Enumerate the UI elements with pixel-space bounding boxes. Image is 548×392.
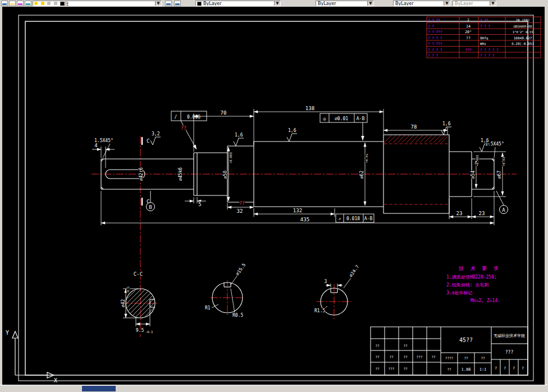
lineweight-control-dropdown[interactable]: ByLayer ▼ xyxy=(393,1,450,6)
gdt-frames xyxy=(171,111,374,222)
current-color: ByLayer xyxy=(203,1,222,6)
dim-78: 78 xyxy=(411,124,417,130)
gear-row4-value2: 10048.027 xyxy=(514,36,532,40)
drawing-canvas[interactable]: 70 138 78 435 132 32 ?? 5 23 23 4 1.5X45… xyxy=(2,7,545,385)
gear-row2-value: 14 xyxy=(466,24,471,29)
dim-23b: 23 xyxy=(479,211,485,216)
sec3-width: 3 xyxy=(325,279,327,284)
tech-req-line-1: 1.调质处理HB228-250; xyxy=(446,275,497,280)
roughness-2: 1,6 xyxy=(288,128,296,133)
section-cc-label: C-C xyxy=(134,271,143,277)
gear-row1-value2: JB (GB) xyxy=(515,18,529,22)
datum-a: A xyxy=(502,207,505,213)
roughness-1: 1,6 xyxy=(235,133,243,138)
dim-23a: 23 xyxy=(456,211,463,216)
gear-row1-value: 2 xyxy=(467,18,469,22)
color-swatch xyxy=(197,2,202,6)
gear-row1-label: ? ? ?? xyxy=(428,18,440,22)
gear-row6-value: ??? xyxy=(465,48,472,52)
gdt1-value: 0.006 xyxy=(187,115,200,120)
gear-row5-value2: 6.28(-0.05) xyxy=(512,42,534,45)
gdt2-datum: A-B xyxy=(357,116,365,121)
tb-cell: ?? xyxy=(403,344,408,348)
section-label-c-bottom: C xyxy=(147,199,149,204)
roughness-symbols xyxy=(150,127,490,152)
linetype-control-dropdown[interactable]: ByLayer ▼ xyxy=(316,1,374,6)
tb-cell: ?? xyxy=(375,344,380,348)
gear-row4-label2: OHfq xyxy=(480,36,488,40)
current-lineweight: ByLayer xyxy=(395,1,414,6)
layer-properties-icon[interactable] xyxy=(25,1,31,6)
dim-132: 132 xyxy=(293,208,302,213)
roughness-keyway: 3,2 xyxy=(152,131,160,136)
chevron-down-icon[interactable]: ▼ xyxy=(155,1,161,6)
gear-row7-label: ? ? ? xyxy=(428,53,438,57)
color-control-dropdown[interactable]: ByLayer ▼ xyxy=(195,1,281,6)
sec2-r1: R1 xyxy=(205,306,211,311)
vdim-54-tol: +0.003 xyxy=(476,155,479,166)
ucs-x-label: X xyxy=(54,377,57,384)
gear-row6-label2: ? ? ? ? ? xyxy=(480,48,499,52)
tb-cell: ?? xyxy=(389,355,394,359)
chevron-down-icon[interactable]: ▼ xyxy=(274,1,280,6)
dimension-texts: 70 138 78 435 132 32 ?? 5 23 23 4 1.5X45… xyxy=(94,106,505,334)
plotstyle-control-dropdown[interactable]: ByLayer ▼ xyxy=(453,1,496,6)
chevron-down-icon[interactable]: ▼ xyxy=(444,1,450,6)
tb-cell: ? xyxy=(495,366,497,371)
layer-lock-icon xyxy=(47,2,51,5)
gdt1-symbol: / xyxy=(175,115,177,120)
tb-cell: ?? xyxy=(403,367,408,371)
layer-previous-icon[interactable] xyxy=(174,1,181,6)
vdim-67-tol: +0.03 xyxy=(502,157,505,166)
tb-cell: ? xyxy=(513,366,515,371)
current-layer-name: 标注 xyxy=(60,1,69,6)
gear-row1-label2: ? ?? xyxy=(480,18,488,22)
vdim-50: ⌀50 xyxy=(223,171,228,179)
tech-req-line-2: 2.锐角倒钝: 去毛刺 xyxy=(446,282,488,288)
cc-dim-95: 9.5 xyxy=(136,328,144,333)
school-name: 无锡职业技术学院 xyxy=(494,334,525,338)
layer-plot-icon xyxy=(54,2,57,5)
gear-row2-label: ? ? xyxy=(428,24,434,28)
gdt2-value: ⌀0.01 xyxy=(335,116,348,121)
gear-row2-value2: GB10095-88 xyxy=(513,25,532,28)
technical-requirements: 技 术 要 求 1.调质处理HB228-250; 2.锐角倒钝: 去毛刺 3.α… xyxy=(446,266,500,303)
layer-control-dropdown[interactable]: 标注 ▼ xyxy=(33,1,162,6)
vdim-67: ⌀67 xyxy=(497,171,502,179)
layers-dialog-icon[interactable] xyxy=(17,1,24,6)
open-icon[interactable] xyxy=(9,1,16,6)
vdim-50-tol: +0.003 xyxy=(229,152,232,163)
chevron-down-icon[interactable]: ▼ xyxy=(367,1,373,6)
scale-ratio: 1:1 xyxy=(480,367,487,372)
current-linetype: ByLayer xyxy=(318,1,336,6)
cc-dim-dia-tol: -0.1 xyxy=(126,286,130,294)
sec2-r05: R0.5 xyxy=(232,313,243,318)
tech-req-line-4: Mn=2, Z=14. xyxy=(471,298,500,303)
vdim-54: ⌀54 xyxy=(471,171,476,179)
chamfer-left: 1.5X45° xyxy=(94,138,113,143)
gear-row6-label: ? ? ? ? xyxy=(428,48,442,52)
layer-on-icon xyxy=(34,2,38,5)
status-bar xyxy=(0,385,548,392)
new-drawing-icon[interactable] xyxy=(1,1,8,6)
section-label-c-top: C xyxy=(147,138,149,144)
ucs-y-label: Y xyxy=(6,330,9,336)
tech-req-title: 技 术 要 求 xyxy=(458,266,500,271)
gear-row4-value: ?? xyxy=(466,36,471,40)
tb-cell: ?? xyxy=(431,355,436,359)
chevron-down-icon[interactable]: ▼ xyxy=(490,1,496,6)
tb-cell: ? xyxy=(504,366,506,371)
sheet-frame xyxy=(19,15,533,381)
roughness-3: 1,6 xyxy=(442,121,451,126)
gdt3-value: 0.018 xyxy=(346,216,360,221)
gdt1-query-red: ?? xyxy=(181,126,186,131)
tb-cell: ?? xyxy=(375,355,380,359)
make-object-layer-current-icon[interactable] xyxy=(165,1,172,6)
layer-freeze-icon xyxy=(41,2,44,5)
cc-dim-95-tol: -0.1 xyxy=(145,330,153,334)
gdt3-symbol: ↗ xyxy=(339,216,341,221)
dim-70: 70 xyxy=(221,110,227,116)
status-indicator xyxy=(82,386,116,391)
datum-b: B xyxy=(149,204,152,210)
part-material: 45?? xyxy=(459,337,473,343)
